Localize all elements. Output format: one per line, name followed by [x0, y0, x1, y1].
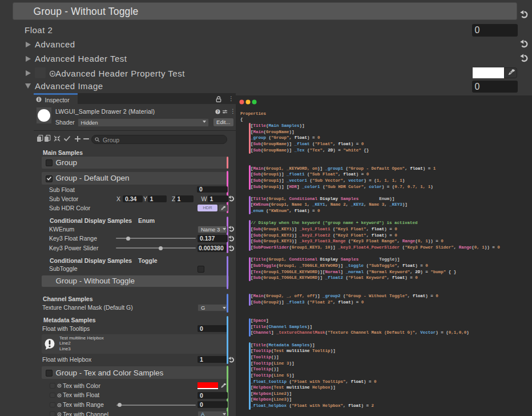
svg-text:?: ?	[216, 109, 219, 113]
